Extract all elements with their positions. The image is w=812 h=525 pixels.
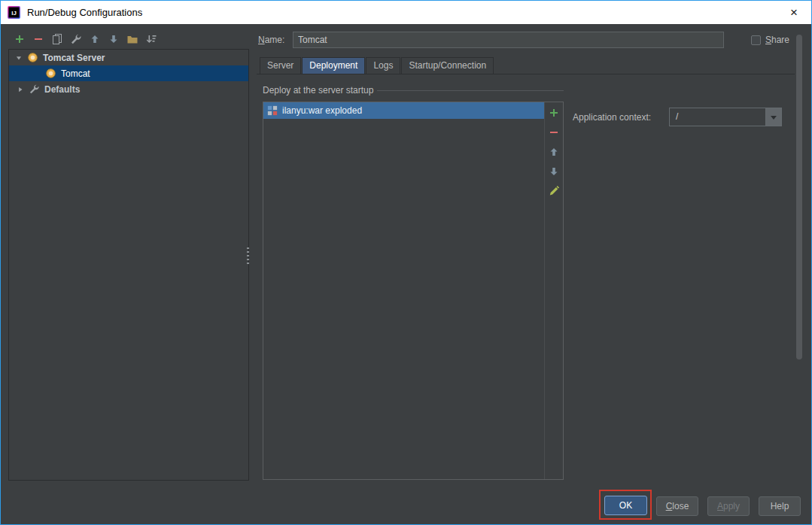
deploy-list-item[interactable]: ilanyu:war exploded <box>263 102 544 119</box>
intellij-app-icon: IJ <box>8 6 20 19</box>
tomcat-icon <box>45 68 56 79</box>
window-title: Run/Debug Configurations <box>27 7 142 18</box>
deploy-panel: ilanyu:war exploded <box>263 102 564 480</box>
sort-configurations-button[interactable] <box>143 31 160 47</box>
move-up-icon <box>548 146 560 158</box>
tree-node-label: Defaults <box>44 84 80 95</box>
deploy-toolbar <box>545 102 563 479</box>
folder-icon <box>126 33 138 45</box>
deploy-move-down-button[interactable] <box>548 165 560 178</box>
move-down-icon <box>548 165 560 178</box>
chevron-expanded-icon <box>15 54 23 62</box>
share-checkbox-label: Share <box>765 35 789 45</box>
combobox-dropdown-button[interactable] <box>765 108 781 126</box>
application-context-combobox[interactable]: / <box>669 108 782 126</box>
move-up-icon <box>89 33 101 45</box>
vertical-scrollbar-thumb[interactable] <box>796 35 802 360</box>
svg-text:IJ: IJ <box>11 10 17 17</box>
application-context-value: / <box>676 111 678 122</box>
edit-pencil-icon <box>548 185 560 197</box>
deploy-group-title: Deploy at the server startup <box>263 85 373 96</box>
new-folder-button[interactable] <box>124 31 141 47</box>
remove-icon <box>548 126 560 138</box>
deploy-item-label: ilanyu:war exploded <box>282 105 362 116</box>
name-field-label: Name: <box>258 35 284 45</box>
titlebar[interactable]: IJ Run/Debug Configurations × <box>1 1 811 24</box>
wrench-icon <box>70 33 82 45</box>
tab-server[interactable]: Server <box>260 57 301 74</box>
tabs-separator-line <box>257 74 795 74</box>
tree-node-tomcat-server[interactable]: Tomcat Server <box>9 50 248 65</box>
add-icon <box>548 107 560 119</box>
move-down-icon <box>108 33 120 45</box>
ok-button[interactable]: OK <box>604 496 647 515</box>
name-input[interactable] <box>293 32 724 48</box>
deploy-move-up-button[interactable] <box>548 146 560 158</box>
web-facet-icon <box>267 105 278 116</box>
chevron-collapsed-icon <box>17 86 24 93</box>
tab-startup-connection[interactable]: Startup/Connection <box>401 57 494 74</box>
tree-node-label: Tomcat <box>61 68 90 79</box>
deploy-group-separator <box>377 90 564 91</box>
chevron-down-icon <box>771 116 777 123</box>
tree-node-label: Tomcat Server <box>43 53 105 63</box>
move-down-button[interactable] <box>105 31 122 47</box>
deploy-remove-button[interactable] <box>548 126 560 138</box>
panel-splitter-handle[interactable] <box>247 247 249 265</box>
run-debug-configurations-dialog: IJ Run/Debug Configurations × Tomcat Ser… <box>0 0 812 525</box>
wrench-icon <box>29 83 40 95</box>
deploy-edit-button[interactable] <box>548 185 560 197</box>
window-close-button[interactable]: × <box>777 1 811 24</box>
tab-logs[interactable]: Logs <box>366 57 400 74</box>
apply-button[interactable]: Apply <box>707 496 750 516</box>
copy-icon <box>51 33 63 45</box>
tab-deployment[interactable]: Deployment <box>302 57 365 74</box>
tomcat-icon <box>27 52 38 63</box>
close-button[interactable]: Close <box>656 496 698 516</box>
deploy-add-button[interactable] <box>548 107 560 119</box>
deploy-list: ilanyu:war exploded <box>263 102 545 479</box>
sort-icon <box>145 33 157 45</box>
application-context-label: Application context: <box>573 112 651 123</box>
tree-node-defaults[interactable]: Defaults <box>9 81 248 97</box>
remove-configuration-button[interactable] <box>30 31 47 47</box>
edit-defaults-button[interactable] <box>68 31 84 47</box>
copy-configuration-button[interactable] <box>49 31 65 47</box>
add-configuration-button[interactable] <box>11 31 28 47</box>
remove-icon <box>32 33 44 45</box>
configuration-tabs: Server Deployment Logs Startup/Connectio… <box>260 57 494 74</box>
tree-node-tomcat[interactable]: Tomcat <box>9 65 248 81</box>
configurations-tree: Tomcat Server Tomcat Defaults <box>8 49 249 481</box>
add-icon <box>14 33 26 45</box>
move-up-button[interactable] <box>87 31 103 47</box>
help-button[interactable]: Help <box>759 496 801 516</box>
share-checkbox[interactable] <box>751 35 761 45</box>
